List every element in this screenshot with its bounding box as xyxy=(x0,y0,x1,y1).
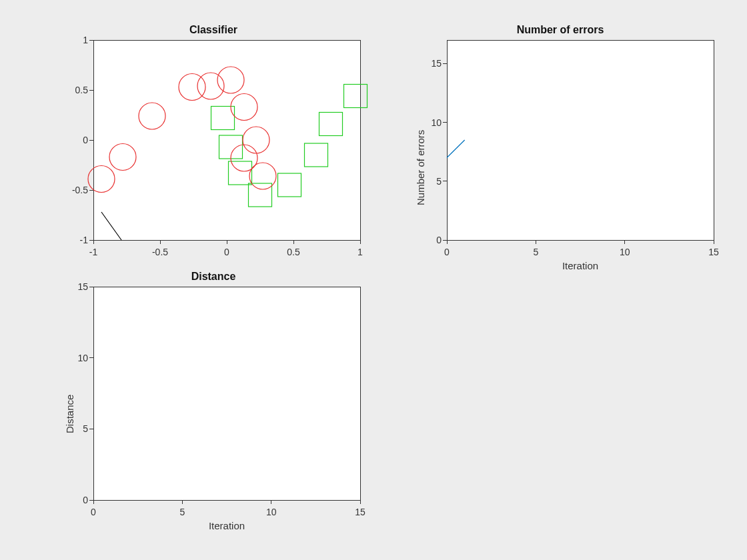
classifier-plot-area xyxy=(53,27,374,273)
xtick: -1 xyxy=(89,247,97,257)
chart-title: Number of errors xyxy=(400,24,720,36)
svg-rect-0 xyxy=(93,40,360,240)
xtick: 15 xyxy=(355,507,365,517)
ytick: 15 xyxy=(424,58,442,69)
ytick: 0.5 xyxy=(67,85,88,95)
ytick: 0 xyxy=(424,235,442,245)
xtick: 0 xyxy=(91,507,96,517)
svg-rect-29 xyxy=(447,40,714,240)
xlabel: Iteration xyxy=(447,260,714,271)
errors-plot-area xyxy=(400,27,720,280)
chart-errors: Number of errors Number of errors Iterat… xyxy=(400,27,720,280)
ytick: 5 xyxy=(424,176,442,187)
xtick: 5 xyxy=(179,507,185,517)
xtick: 0.5 xyxy=(287,247,299,257)
ytick: 0 xyxy=(71,495,88,505)
xlabel: Iteration xyxy=(93,520,360,531)
chart-distance: Distance Distance Iteration 0 5 10 15 0 … xyxy=(53,273,374,540)
chart-classifier: Classifier xyxy=(53,27,374,273)
ytick: -0.5 xyxy=(67,185,88,195)
ytick: 10 xyxy=(424,117,442,128)
xtick: 0 xyxy=(224,247,229,257)
ytick: 0 xyxy=(67,135,88,145)
chart-title: Classifier xyxy=(53,24,374,36)
svg-rect-38 xyxy=(93,287,360,500)
ytick: 10 xyxy=(71,353,88,363)
xtick: 10 xyxy=(620,247,630,257)
ytick: 1 xyxy=(67,35,88,45)
xtick: 1 xyxy=(357,247,363,257)
xtick: 0 xyxy=(444,247,450,257)
ytick: 15 xyxy=(71,281,88,292)
distance-plot-area xyxy=(53,273,374,540)
xtick: 5 xyxy=(533,247,538,257)
ytick: -1 xyxy=(67,235,88,245)
xtick: 10 xyxy=(266,507,277,517)
xtick: -0.5 xyxy=(152,247,168,257)
chart-title: Distance xyxy=(53,271,374,283)
xtick: 15 xyxy=(708,247,719,257)
figure: { "chart_data": [ { "type": "scatter", "… xyxy=(0,0,747,560)
ylabel: Number of errors xyxy=(415,130,426,205)
ytick: 5 xyxy=(71,423,88,434)
